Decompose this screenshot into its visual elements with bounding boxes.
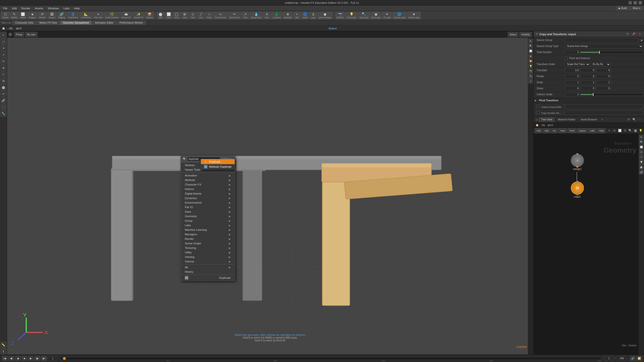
point-light-btn[interactable]: 💡Point Light (346, 12, 358, 19)
node-path-geo1[interactable]: geo1 (548, 124, 553, 126)
spray-paint-btn[interactable]: 💧Spray Paint (250, 12, 263, 19)
sidebar-tool2[interactable]: ✦ (1, 45, 7, 51)
spiral-btn[interactable]: 🌀Spiral (301, 12, 309, 19)
props-pin-btn[interactable]: 📌 (631, 32, 636, 36)
node-layout-btn[interactable]: Layout (577, 128, 587, 133)
vp-rt-btn7[interactable]: 📷 (528, 69, 533, 73)
translate-y-input[interactable] (580, 68, 595, 73)
ball-btn[interactable]: ⬤Ball (157, 12, 164, 19)
simple-fx-btn[interactable]: ✨Simple FX (133, 12, 144, 19)
total-number-slider[interactable] (580, 52, 643, 53)
texture-btn[interactable]: 🖼Texture (48, 12, 57, 19)
volume-light-btn[interactable]: 🌐Volume Light (392, 12, 406, 19)
quick-shapes-btn[interactable]: ◼Quick Shapes (318, 12, 333, 19)
rotate-x-input[interactable] (565, 74, 580, 79)
translate-x-input[interactable] (565, 68, 580, 73)
spot-light-btn[interactable]: 🔦Spot Light (358, 12, 370, 19)
node-panel-more[interactable]: ⋯ (637, 117, 642, 122)
node-toolbar-icon5[interactable]: 🔍 (628, 128, 632, 133)
tl-stop-btn[interactable]: ■ (22, 356, 27, 361)
tab-menu-animation[interactable]: Animation ▶ (181, 173, 235, 178)
gi-light-btn[interactable]: ☀GI Light (382, 12, 392, 19)
add-btn[interactable]: +Add (293, 12, 301, 19)
modify-btn[interactable]: ✎Modify (10, 12, 19, 19)
total-number-input[interactable] (565, 50, 580, 55)
sidebar-tool5[interactable]: ⊕ (1, 65, 7, 71)
tab-menu-geometry[interactable]: Geometry ▶ (181, 214, 235, 218)
node-tab-material-palette[interactable]: Material Palette (555, 117, 577, 122)
node-toolbar-icon4[interactable]: ⚙ (623, 128, 627, 133)
sidebar-tool7[interactable]: ⊞ (1, 78, 7, 84)
node-rt-btn2[interactable]: 🔍 (639, 140, 643, 144)
tab-menu-all[interactable]: All ▶ (181, 265, 235, 269)
vp-rt-btn4[interactable]: ◉ (528, 54, 533, 58)
tab-menu-utility[interactable]: Utility ▶ (181, 250, 235, 255)
node-toolbar-icon7[interactable]: 💡 (638, 128, 643, 133)
tl-play-back-btn[interactable]: ◀ (15, 356, 21, 361)
tube-btn[interactable]: ⬜Tube (165, 12, 173, 19)
viewport[interactable]: Persp No cam Select Visibility (7, 31, 533, 354)
tl-step-fwd-btn[interactable]: |▶ (35, 356, 40, 361)
transform-order-select[interactable]: Scale Rot Trans (565, 62, 590, 67)
minimize-button[interactable]: − (628, 1, 632, 5)
menu-windows[interactable]: Windows (46, 6, 61, 10)
tl-play-btn[interactable]: ▶ (28, 356, 34, 361)
tab-performance-monitor[interactable]: Performance Monitor (117, 21, 146, 25)
select-mode-btn[interactable]: Select (508, 32, 518, 37)
output-group-prefix-checkbox[interactable] (537, 105, 540, 108)
volume-btn[interactable]: 📦Volume (145, 12, 154, 19)
node-panel-zoom-in[interactable]: 🔍 (632, 117, 636, 122)
tab-menu-deform[interactable]: Deform ▶ (181, 187, 235, 191)
node-tools-btn[interactable]: Tools (568, 128, 576, 133)
scale-z-input[interactable] (596, 80, 611, 85)
tab-menu-group[interactable]: Group ▶ (181, 218, 235, 223)
menu-assets[interactable]: Assets (33, 6, 45, 10)
tab-geometry-spreadsheet[interactable]: Geometry Spreadsheet (60, 21, 92, 25)
constraints-btn[interactable]: 📐Constraints (80, 12, 92, 19)
grid-btn[interactable]: ⊞Grid (181, 12, 189, 19)
tl-current-frame[interactable] (604, 356, 614, 361)
draw-curve-btn[interactable]: ✏Draw Curve (228, 12, 241, 19)
tab-menu-scene-graph[interactable]: Scene Graph ▶ (181, 241, 235, 246)
translate-z-input[interactable] (596, 68, 611, 73)
timeline-slider[interactable]: 150100150200240 (61, 358, 601, 359)
distant-light-btn[interactable]: ★Distant Light (407, 12, 421, 19)
source-group-type-select[interactable]: Guess from Group (565, 44, 643, 49)
node-help-btn[interactable]: Help (597, 128, 606, 133)
props-settings-btn[interactable]: ⚙ (625, 32, 630, 36)
tab-menu-render[interactable]: Render ▶ (181, 237, 235, 241)
tab-menu-environments[interactable]: Environments ▶ (181, 200, 235, 205)
pivot-collapse-icon[interactable]: ▶ (535, 99, 537, 102)
tab-composite-view[interactable]: Composite View (12, 21, 36, 25)
tab-menu-machine-learning[interactable]: Machine Learning ▶ (181, 228, 235, 232)
copy1-circle[interactable]: ⟳ (571, 182, 584, 195)
node-toolbar-icon2[interactable]: ⊞ (612, 128, 617, 133)
shear-z-input[interactable] (596, 86, 611, 91)
node-labs-btn[interactable]: Labs (588, 128, 597, 133)
maximize-button[interactable]: □ (633, 1, 637, 5)
sidebar-tool11[interactable]: ⬛ (1, 104, 7, 110)
no-cam-btn[interactable]: No cam (25, 32, 37, 37)
tab-animation-editor[interactable]: Animation Editor (92, 21, 116, 25)
tab-menu-duplicate[interactable]: D Duplicate (181, 275, 235, 280)
tab-menu-file-io[interactable]: File IO ▶ (181, 205, 235, 209)
metaball-btn[interactable]: ⊕Metaball (283, 12, 293, 19)
l-system-btn[interactable]: 🌲L-System (271, 12, 282, 19)
line-btn[interactable]: ╱Line (197, 12, 205, 19)
torus-btn[interactable]: ◯Torus (173, 12, 181, 19)
menu-edit[interactable]: Edit (10, 6, 19, 10)
tab-menu-volume[interactable]: Volume ▶ (181, 259, 235, 264)
node-toolbar-icon3[interactable]: ⬜ (618, 128, 622, 133)
tab-menu-gara[interactable]: Gara ▶ (181, 209, 235, 214)
sidebar-tool10[interactable]: 🔗 (1, 98, 7, 104)
sidebar-select-btn[interactable]: ↖ (1, 32, 7, 38)
merge1-circle[interactable]: ⊕ (571, 154, 584, 167)
tab-menu-dynamics[interactable]: Dynamics ▶ (181, 196, 235, 200)
copy-number-attr-input[interactable] (565, 110, 643, 115)
node-rt-btn6[interactable]: 💡 (639, 160, 643, 164)
sidebar-tool3[interactable]: ↗ (1, 52, 7, 58)
window-controls[interactable]: − □ × (628, 1, 642, 5)
uniform-scale-slider[interactable] (580, 94, 643, 95)
path-geo1[interactable]: geo1 (16, 27, 22, 30)
menu-render[interactable]: Render (19, 6, 32, 10)
